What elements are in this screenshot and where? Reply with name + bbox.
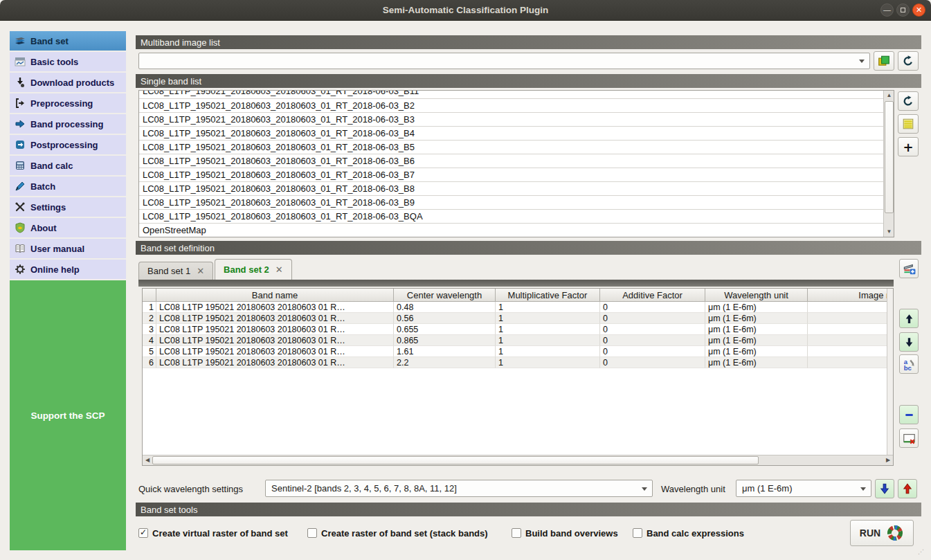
cell-center-wavelength[interactable]: 0.865: [394, 335, 496, 346]
table-row[interactable]: 6 LC08 L1TP 195021 20180603 20180603 01 …: [143, 357, 887, 368]
cell-multiplicative-factor[interactable]: 1: [496, 357, 600, 368]
cell-band-name[interactable]: LC08 L1TP 195021 20180603 20180603 01 R…: [156, 324, 394, 335]
cell-image-name[interactable]: [808, 313, 887, 324]
cell-center-wavelength[interactable]: 2.2: [394, 357, 496, 368]
close-icon[interactable]: ✕: [912, 3, 925, 17]
column-header-wavelength-unit[interactable]: Wavelength unit: [705, 289, 808, 302]
cell-multiplicative-factor[interactable]: 1: [496, 324, 600, 335]
checkbox-icon[interactable]: ✓: [307, 528, 317, 538]
list-item[interactable]: LC08_L1TP_195021_20180603_20180603_01_RT…: [139, 127, 883, 141]
table-row[interactable]: 4 LC08 L1TP 195021 20180603 20180603 01 …: [143, 335, 887, 346]
cell-image-name[interactable]: [808, 324, 887, 335]
cell-additive-factor[interactable]: 0: [600, 335, 705, 346]
sidebar-item-preprocessing[interactable]: Preprocessing: [10, 93, 126, 113]
cell-band-name[interactable]: LC08 L1TP 195021 20180603 20180603 01 R…: [156, 346, 394, 357]
cell-additive-factor[interactable]: 0: [600, 324, 705, 335]
resize-grip[interactable]: ⋰: [918, 548, 928, 557]
sort-bands-by-name-button[interactable]: abc: [899, 354, 919, 374]
list-item[interactable]: LC08_L1TP_195021_20180603_20180603_01_RT…: [139, 196, 883, 210]
sidebar-item-download-products[interactable]: Download products: [10, 73, 126, 92]
cell-center-wavelength[interactable]: 0.48: [394, 302, 496, 313]
column-header-additive-factor[interactable]: Additive Factor: [600, 289, 705, 302]
list-item[interactable]: LC08_L1TP_195021_20180603_20180603_01_RT…: [139, 113, 883, 127]
maximize-icon[interactable]: [896, 3, 910, 17]
list-item[interactable]: LC08_L1TP_195021_20180603_20180603_01_RT…: [139, 91, 883, 99]
minimize-icon[interactable]: —: [880, 3, 894, 17]
vertical-scrollbar[interactable]: [887, 289, 893, 455]
cell-multiplicative-factor[interactable]: 1: [496, 302, 600, 313]
scrollbar-thumb[interactable]: [152, 456, 759, 464]
checkbox-build-band-overviews[interactable]: ✓ Build band overviews: [512, 527, 618, 539]
support-scp-button[interactable]: Support the SCP: [10, 280, 126, 550]
export-band-set-button[interactable]: [875, 479, 894, 498]
wavelength-unit-combobox[interactable]: μm (1 E-6m): [736, 480, 871, 497]
checkbox-icon[interactable]: ✓: [512, 528, 521, 538]
horizontal-scrollbar[interactable]: ◀ ▶: [143, 455, 893, 465]
cell-additive-factor[interactable]: 0: [600, 346, 705, 357]
scroll-left-icon[interactable]: ◀: [143, 455, 152, 465]
sidebar-item-settings[interactable]: Settings: [10, 197, 126, 217]
quick-wavelength-combobox[interactable]: Sentinel-2 [bands 2, 3, 4, 5, 6, 7, 8, 8…: [265, 480, 653, 497]
list-item[interactable]: LC08_L1TP_195021_20180603_20180603_01_RT…: [139, 99, 883, 113]
cell-additive-factor[interactable]: 0: [600, 313, 705, 324]
cell-additive-factor[interactable]: 0: [600, 302, 705, 313]
cell-image-name[interactable]: [808, 335, 887, 346]
list-item[interactable]: OpenStreetMap: [139, 224, 883, 237]
sidebar-item-basic-tools[interactable]: Basic tools: [10, 52, 126, 71]
cell-additive-factor[interactable]: 0: [600, 357, 705, 368]
refresh-multiband-list-button[interactable]: [898, 51, 919, 71]
list-item[interactable]: LC08_L1TP_195021_20180603_20180603_01_RT…: [139, 154, 883, 168]
sidebar-item-user-manual[interactable]: User manual: [10, 239, 126, 258]
cell-wavelength-unit[interactable]: μm (1 E-6m): [705, 346, 808, 357]
run-button[interactable]: RUN: [850, 520, 914, 546]
sidebar-item-online-help[interactable]: Online help: [10, 260, 126, 279]
cell-image-name[interactable]: [808, 357, 887, 368]
cell-band-name[interactable]: LC08 L1TP 195021 20180603 20180603 01 R…: [156, 313, 394, 324]
cell-center-wavelength[interactable]: 0.56: [394, 313, 496, 324]
tab-band-set-1[interactable]: Band set 1 ✕: [138, 262, 213, 280]
cell-band-name[interactable]: LC08 L1TP 195021 20180603 20180603 01 R…: [156, 357, 394, 368]
select-all-bands-button[interactable]: [898, 114, 919, 134]
scroll-right-icon[interactable]: ▶: [883, 455, 893, 465]
sidebar-item-band-set[interactable]: Band set: [10, 31, 126, 51]
sidebar-item-postprocessing[interactable]: Postprocessing: [10, 135, 126, 154]
multiband-image-combobox[interactable]: [138, 53, 870, 69]
close-tab-icon[interactable]: ✕: [197, 266, 204, 276]
scroll-up-icon[interactable]: ▲: [884, 91, 894, 100]
refresh-band-list-button[interactable]: [898, 91, 919, 111]
scrollbar-thumb[interactable]: [885, 101, 894, 213]
cell-multiplicative-factor[interactable]: 1: [496, 335, 600, 346]
move-band-up-button[interactable]: [899, 309, 919, 328]
cell-multiplicative-factor[interactable]: 1: [496, 313, 600, 324]
cell-band-name[interactable]: LC08 L1TP 195021 20180603 20180603 01 R…: [156, 302, 394, 313]
add-band-set-button[interactable]: [899, 259, 919, 278]
sidebar-item-batch[interactable]: Batch: [10, 177, 126, 196]
cell-center-wavelength[interactable]: 0.655: [394, 324, 496, 335]
checkbox-icon[interactable]: ✓: [633, 528, 642, 538]
checkbox-band-calc-expressions[interactable]: ✓ Band calc expressions: [633, 527, 744, 539]
import-band-set-button[interactable]: [898, 479, 917, 498]
table-row[interactable]: 3 LC08 L1TP 195021 20180603 20180603 01 …: [143, 324, 887, 335]
list-item[interactable]: LC08_L1TP_195021_20180603_20180603_01_RT…: [139, 210, 883, 224]
cell-center-wavelength[interactable]: 1.61: [394, 346, 496, 357]
column-header-multiplicative-factor[interactable]: Multiplicative Factor: [496, 289, 600, 302]
cell-wavelength-unit[interactable]: μm (1 E-6m): [705, 357, 808, 368]
add-band-to-set-button[interactable]: +: [898, 137, 919, 156]
cell-image-name[interactable]: [808, 346, 887, 357]
close-tab-icon[interactable]: ✕: [275, 264, 283, 275]
cell-multiplicative-factor[interactable]: 1: [496, 346, 600, 357]
scroll-down-icon[interactable]: ▼: [884, 227, 894, 237]
tab-band-set-2[interactable]: Band set 2 ✕: [215, 259, 292, 280]
cell-wavelength-unit[interactable]: μm (1 E-6m): [705, 302, 808, 313]
remove-band-button[interactable]: [899, 405, 919, 424]
column-header-center-wavelength[interactable]: Center wavelength: [394, 289, 496, 302]
list-item[interactable]: LC08_L1TP_195021_20180603_20180603_01_RT…: [139, 141, 883, 154]
clear-band-set-button[interactable]: [899, 428, 919, 448]
open-multiband-image-button[interactable]: [874, 51, 894, 71]
column-header-band-name[interactable]: Band name: [156, 289, 394, 302]
move-band-down-button[interactable]: [899, 332, 919, 352]
checkbox-create-virtual-raster[interactable]: ✓ Create virtual raster of band set: [138, 527, 288, 539]
sidebar-item-about[interactable]: About: [10, 218, 126, 237]
cell-wavelength-unit[interactable]: μm (1 E-6m): [705, 335, 808, 346]
cell-wavelength-unit[interactable]: μm (1 E-6m): [705, 324, 808, 335]
